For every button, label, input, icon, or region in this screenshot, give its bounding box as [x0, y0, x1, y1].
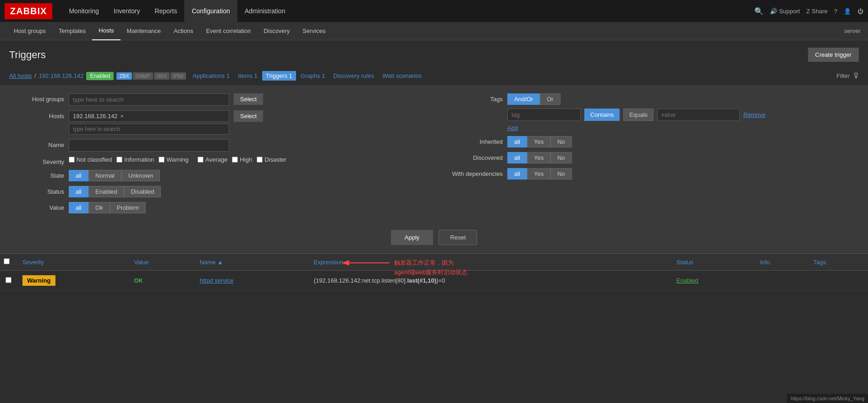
tab-web-scenarios[interactable]: Web scenarios: [379, 71, 425, 81]
tag-equals-btn[interactable]: Equals: [623, 109, 654, 121]
tab-applications[interactable]: Applications 1: [189, 71, 233, 81]
help-link[interactable]: ?: [834, 8, 837, 15]
name-input[interactable]: [69, 139, 229, 152]
subnav-maintenance[interactable]: Maintenance: [121, 22, 167, 40]
tags-andor-btn[interactable]: And/Or: [507, 93, 540, 105]
filter-actions: Apply Reset: [14, 225, 854, 245]
nav-administration[interactable]: Administration: [237, 0, 293, 22]
subnav-templates[interactable]: Templates: [52, 22, 92, 40]
subnav-hosts[interactable]: Hosts: [92, 22, 120, 40]
col-value[interactable]: Value: [128, 254, 194, 271]
status-disabled-btn[interactable]: Disabled: [124, 186, 161, 197]
state-normal-btn[interactable]: Normal: [88, 170, 121, 181]
host-groups-select-button[interactable]: Select: [234, 93, 263, 105]
state-all-btn[interactable]: all: [69, 170, 88, 181]
row-checkbox[interactable]: [5, 277, 11, 283]
triggers-table: Severity Value Name ▲ Expression Status …: [0, 254, 868, 291]
page-title: Triggers: [9, 49, 46, 61]
severity-not-classified-checkbox[interactable]: [69, 157, 75, 163]
support-link[interactable]: 🔊 Support: [770, 8, 800, 15]
discovered-all-btn[interactable]: all: [507, 152, 527, 163]
status-all-btn[interactable]: all: [69, 186, 88, 197]
row-value-cell: OK: [128, 271, 194, 291]
tag-input[interactable]: [507, 109, 581, 121]
host-ip-link[interactable]: 192.168.126.142: [39, 72, 84, 79]
severity-disaster[interactable]: Disaster: [257, 156, 286, 163]
with-deps-yes-btn[interactable]: Yes: [527, 168, 550, 180]
col-info[interactable]: Info: [754, 254, 808, 271]
table-row: Warning OK httpd service {192.168.126.14…: [0, 271, 868, 291]
value-problem-btn[interactable]: Problem: [110, 202, 146, 213]
tab-triggers[interactable]: Triggers 1: [262, 71, 296, 81]
create-trigger-button[interactable]: Create trigger: [808, 48, 859, 62]
sub-navigation: Host groups Templates Hosts Maintenance …: [0, 22, 868, 40]
severity-average[interactable]: Average: [198, 156, 227, 163]
nav-inventory[interactable]: Inventory: [106, 0, 148, 22]
tab-discovery-rules[interactable]: Discovery rules: [330, 71, 378, 81]
inherited-no-btn[interactable]: No: [550, 136, 572, 147]
subnav-event-correlation[interactable]: Event correlation: [200, 22, 258, 40]
reset-button[interactable]: Reset: [439, 230, 477, 245]
share-link[interactable]: Z Share: [807, 8, 828, 15]
col-expression[interactable]: Expression: [308, 254, 671, 271]
hosts-select-button[interactable]: Select: [234, 110, 263, 122]
state-unknown-btn[interactable]: Unknown: [121, 170, 160, 181]
value-all-btn[interactable]: all: [69, 202, 88, 213]
subnav-services[interactable]: Services: [296, 22, 332, 40]
subnav-discovery[interactable]: Discovery: [257, 22, 296, 40]
nav-monitoring[interactable]: Monitoring: [61, 0, 106, 22]
power-icon[interactable]: ⏻: [857, 8, 863, 15]
nav-reports[interactable]: Reports: [147, 0, 184, 22]
with-deps-all-btn[interactable]: all: [507, 168, 527, 180]
status-enabled-text[interactable]: Enabled: [676, 277, 698, 284]
with-dependencies-label: With dependencies: [448, 168, 503, 177]
subnav-actions[interactable]: Actions: [167, 22, 200, 40]
severity-disaster-checkbox[interactable]: [257, 157, 263, 163]
select-all-checkbox[interactable]: [4, 258, 10, 264]
top-navigation: ZABBIX Monitoring Inventory Reports Conf…: [0, 0, 868, 22]
inherited-yes-btn[interactable]: Yes: [527, 136, 550, 147]
user-icon[interactable]: 👤: [844, 8, 851, 15]
col-tags[interactable]: Tags: [808, 254, 868, 271]
host-groups-input[interactable]: [69, 93, 229, 106]
apply-button[interactable]: Apply: [391, 230, 434, 245]
breadcrumb-bar: All hosts / 192.168.126.142 Enabled ZBX …: [0, 69, 868, 85]
discovered-no-btn[interactable]: No: [550, 152, 572, 163]
hosts-search-input[interactable]: [69, 124, 229, 135]
col-severity[interactable]: Severity: [17, 254, 128, 271]
severity-information[interactable]: Information: [116, 156, 154, 163]
tab-items[interactable]: Items 1: [234, 71, 261, 81]
discovered-label: Discovered: [448, 152, 503, 161]
with-deps-no-btn[interactable]: No: [550, 168, 572, 180]
severity-label: Severity: [14, 156, 64, 165]
search-icon[interactable]: 🔍: [754, 7, 764, 16]
nav-configuration[interactable]: Configuration: [184, 0, 237, 22]
filter-toggle[interactable]: Filter ⊽: [836, 71, 859, 80]
severity-high-checkbox[interactable]: [232, 157, 238, 163]
tag-contains-btn[interactable]: Contains: [584, 109, 620, 121]
inherited-all-btn[interactable]: all: [507, 136, 527, 147]
severity-high[interactable]: High: [232, 156, 252, 163]
severity-warning-checkbox[interactable]: [159, 157, 165, 163]
subnav-host-groups[interactable]: Host groups: [7, 22, 52, 40]
severity-information-checkbox[interactable]: [116, 157, 122, 163]
all-hosts-link[interactable]: All hosts: [9, 72, 32, 79]
col-status[interactable]: Status: [671, 254, 755, 271]
severity-average-checkbox[interactable]: [198, 157, 203, 163]
tag-value-input[interactable]: [657, 109, 740, 121]
add-tag-link[interactable]: Add: [507, 125, 765, 131]
col-name[interactable]: Name ▲: [194, 254, 308, 271]
tab-graphs[interactable]: Graphs 1: [297, 71, 329, 81]
hosts-tag-remove[interactable]: ×: [121, 113, 124, 120]
severity-warning[interactable]: Warning: [159, 156, 188, 163]
severity-not-classified[interactable]: Not classified: [69, 156, 112, 163]
remove-tag-link[interactable]: Remove: [743, 111, 765, 118]
status-enabled-btn[interactable]: Enabled: [88, 186, 124, 197]
filter-row-name: Name: [14, 139, 420, 152]
tags-or-btn[interactable]: Or: [540, 93, 560, 105]
discovered-yes-btn[interactable]: Yes: [527, 152, 550, 163]
severity-average-label: Average: [205, 156, 227, 163]
filter-label: Filter: [836, 72, 850, 79]
trigger-name-link[interactable]: httpd service: [200, 277, 234, 284]
value-ok-btn[interactable]: Ok: [88, 202, 110, 213]
